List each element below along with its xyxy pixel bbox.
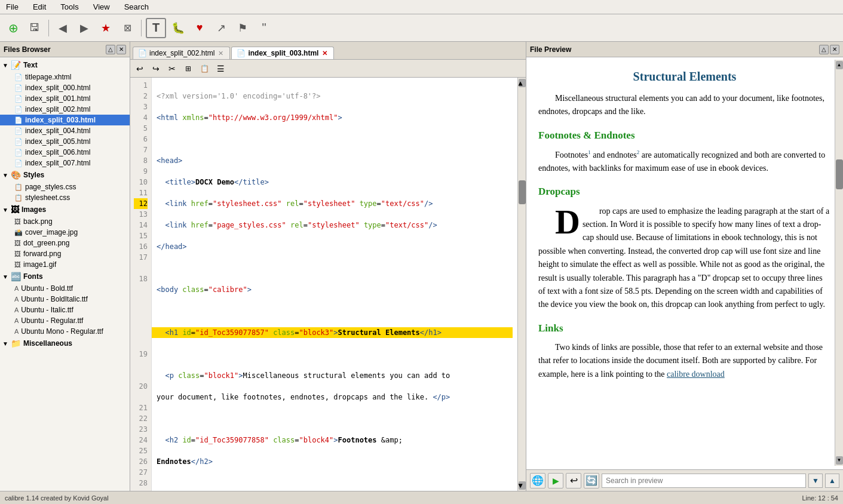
- file-index-005[interactable]: 📄 index_split_005.html: [0, 136, 130, 147]
- preview-scroll-down[interactable]: ▼: [836, 456, 843, 465]
- preview-refresh-icon: ↩: [570, 475, 578, 486]
- dropcap-letter: D: [538, 205, 580, 236]
- file-cover-image[interactable]: 📸 cover_image.jpg: [0, 227, 130, 238]
- files-browser-header: Files Browser △ ✕: [0, 42, 130, 57]
- section-misc-header[interactable]: ▼ 📁 Miscellaneous: [0, 337, 130, 350]
- file-page-styles[interactable]: 📋 page_styles.css: [0, 182, 130, 192]
- quote-button[interactable]: ": [255, 19, 274, 38]
- expand-icon: ▼: [2, 207, 8, 213]
- menu-edit[interactable]: Edit: [29, 1, 50, 13]
- font-ubuntu-mono[interactable]: A Ubuntu Mono - Regular.ttf: [0, 326, 130, 337]
- add-button[interactable]: ⊕: [4, 19, 23, 38]
- heart-button[interactable]: ♥: [190, 19, 209, 38]
- file-icon: 🖼: [14, 218, 21, 225]
- files-tree: ▼ 📝 Text 📄 titlepage.xhtml 📄 index_split…: [0, 57, 130, 491]
- font-ubuntu-regular[interactable]: A Ubuntu - Regular.ttf: [0, 315, 130, 326]
- preview-reload-btn[interactable]: 🔄: [584, 473, 599, 488]
- file-index-000[interactable]: 📄 index_split_000.html: [0, 82, 130, 93]
- preview-scroll-up[interactable]: ▲: [836, 61, 843, 69]
- preview-heading2-dropcaps: Dropcaps: [538, 183, 831, 199]
- scroll-down-btn[interactable]: ▼: [519, 481, 526, 490]
- section-text-header[interactable]: ▼ 📝 Text: [0, 59, 130, 72]
- preview-close-btn[interactable]: ✕: [830, 45, 839, 54]
- save-button[interactable]: 🖫: [25, 19, 44, 38]
- file-icon: 📄: [14, 106, 23, 113]
- code-content[interactable]: <?xml version='1.0' encoding='utf-8'?> <…: [152, 78, 517, 491]
- preview-header-buttons: △ ✕: [819, 45, 839, 54]
- preview-refresh-btn[interactable]: ↩: [566, 473, 581, 488]
- file-index-002[interactable]: 📄 index_split_002.html: [0, 104, 130, 115]
- paste-button[interactable]: 📋: [197, 62, 211, 75]
- tab-index-002[interactable]: 📄 index_split_002.html ✕: [133, 47, 230, 59]
- section-misc: ▼ 📁 Miscellaneous: [0, 337, 130, 350]
- preview-search-up-btn[interactable]: ▲: [825, 474, 839, 488]
- file-icon: 🖼: [14, 239, 21, 247]
- file-icon: 📸: [14, 229, 23, 236]
- font-ubuntu-italic[interactable]: A Ubuntu - Italic.ttf: [0, 305, 130, 315]
- section-fonts-header[interactable]: ▼ 🔤 Fonts: [0, 270, 130, 283]
- text-button[interactable]: T: [146, 18, 166, 38]
- preview-scroll-thumb[interactable]: [836, 159, 843, 189]
- tab-index-003[interactable]: 📄 index_split_003.html ✕: [231, 47, 334, 59]
- calibre-download-link[interactable]: calibre download: [667, 370, 725, 379]
- menu-search[interactable]: Search: [121, 1, 152, 13]
- redo-button[interactable]: ↪: [149, 62, 163, 75]
- close-button[interactable]: ⊠: [118, 19, 137, 38]
- section-text-icon: 📝: [11, 60, 21, 70]
- arrow-button[interactable]: ↗: [211, 19, 231, 38]
- preview-scrollbar[interactable]: ▲ ▼: [835, 60, 843, 466]
- preview-search-input[interactable]: [602, 474, 806, 488]
- copy-button[interactable]: ⊞: [181, 62, 195, 75]
- section-styles-header[interactable]: ▼ 🎨 Styles: [0, 168, 130, 182]
- format-button[interactable]: ☰: [213, 62, 228, 75]
- preview-play-btn[interactable]: ▶: [548, 473, 563, 488]
- file-icon: 📄: [14, 159, 23, 167]
- preview-back-btn[interactable]: 🌐: [530, 473, 545, 488]
- file-titlepage[interactable]: 📄 titlepage.xhtml: [0, 72, 130, 82]
- file-index-007[interactable]: 📄 index_split_007.html: [0, 158, 130, 168]
- file-index-001[interactable]: 📄 index_split_001.html: [0, 93, 130, 104]
- font-ubuntu-bold[interactable]: A Ubuntu - Bold.ttf: [0, 283, 130, 294]
- editor-scrollbar[interactable]: ▲ ▼: [517, 78, 526, 491]
- menu-file[interactable]: File: [2, 1, 22, 13]
- section-text-label: Text: [23, 61, 38, 69]
- file-image1-gif[interactable]: 🖼 image1.gif: [0, 259, 130, 270]
- file-index-003[interactable]: 📄 index_split_003.html: [0, 115, 130, 125]
- tab-close-002[interactable]: ✕: [217, 50, 225, 57]
- undo-button[interactable]: ↩: [133, 62, 147, 75]
- back-button[interactable]: ◀: [53, 19, 72, 38]
- menu-tools[interactable]: Tools: [57, 1, 82, 13]
- file-index-006[interactable]: 📄 index_split_006.html: [0, 147, 130, 158]
- preview-expand-btn[interactable]: △: [819, 45, 829, 54]
- bug-button[interactable]: 🐛: [168, 19, 188, 38]
- preview-back-icon: 🌐: [532, 475, 544, 486]
- preview-search-down-btn[interactable]: ▼: [808, 474, 823, 488]
- font-ubuntu-bolditalic[interactable]: A Ubuntu - BoldItalic.ttf: [0, 294, 130, 305]
- panel-expand-btn[interactable]: △: [106, 45, 115, 54]
- file-forward-png[interactable]: 🖼 forward.png: [0, 248, 130, 259]
- tab-icon: 📄: [237, 49, 246, 57]
- expand-icon: ▼: [2, 172, 8, 179]
- bookmark-button[interactable]: ★: [96, 19, 115, 38]
- file-stylesheet[interactable]: 📋 stylesheet.css: [0, 192, 130, 203]
- file-back-png[interactable]: 🖼 back.png: [0, 216, 130, 227]
- forward-button[interactable]: ▶: [75, 19, 94, 38]
- panel-close-btn[interactable]: ✕: [117, 45, 126, 54]
- statusbar: calibre 1.14 created by Kovid Goyal Line…: [0, 491, 843, 504]
- file-index-004[interactable]: 📄 index_split_004.html: [0, 125, 130, 136]
- section-images-header[interactable]: ▼ 🖼 Images: [0, 203, 130, 216]
- files-browser: Files Browser △ ✕ ▼ 📝 Text 📄 titlepage.x…: [0, 42, 130, 491]
- section-styles-icon: 🎨: [11, 170, 21, 180]
- file-name: index_split_004.html: [25, 127, 90, 135]
- cut-button[interactable]: ✂: [165, 62, 179, 75]
- menu-view[interactable]: View: [90, 1, 114, 13]
- tab-close-003[interactable]: ✕: [321, 50, 329, 57]
- section-text: ▼ 📝 Text 📄 titlepage.xhtml 📄 index_split…: [0, 59, 130, 168]
- scroll-thumb[interactable]: [519, 180, 526, 204]
- file-dot-green[interactable]: 🖼 dot_green.png: [0, 238, 130, 248]
- scroll-up-btn[interactable]: ▲: [519, 79, 526, 87]
- tab-label: index_split_003.html: [248, 49, 318, 57]
- font-icon: A: [14, 328, 19, 335]
- flag-button[interactable]: ⚑: [233, 19, 252, 38]
- preview-title: File Preview: [530, 45, 571, 54]
